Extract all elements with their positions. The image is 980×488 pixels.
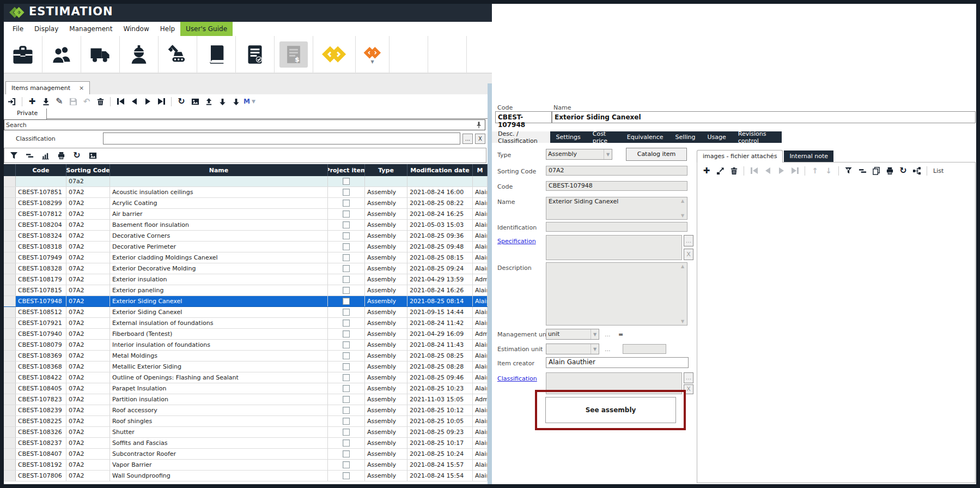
table-row[interactable]: CBEST-10836807A2Metallic Exterior Siding… bbox=[4, 362, 488, 372]
detail-tab-revisions-control[interactable]: Revisions control bbox=[732, 131, 782, 143]
project-item-checkbox[interactable] bbox=[343, 374, 350, 381]
table-row[interactable]: CBEST-10794007A2Fiberboard (Tentest)Asse… bbox=[4, 329, 488, 340]
project-item-checkbox[interactable] bbox=[343, 309, 350, 316]
logo-orange-icon[interactable]: ▼ bbox=[356, 36, 389, 73]
estimation-unit-browse[interactable]: ... bbox=[605, 346, 611, 353]
download-icon[interactable] bbox=[217, 97, 227, 106]
classification-link[interactable]: Classification bbox=[497, 375, 537, 382]
detail-tab-cost-price[interactable]: Cost price bbox=[587, 131, 621, 143]
tab-private[interactable]: Private bbox=[4, 109, 47, 119]
project-item-checkbox[interactable] bbox=[343, 189, 350, 196]
table-row[interactable]: CBEST-10840507A2Parapet InsulationAssemb… bbox=[4, 383, 488, 394]
project-item-checkbox[interactable] bbox=[343, 461, 350, 468]
project-item-checkbox[interactable] bbox=[343, 418, 350, 425]
project-item-checkbox[interactable] bbox=[343, 232, 350, 239]
column-header-modification-date[interactable]: Modification date bbox=[407, 164, 473, 176]
scroll-arrows-icon[interactable]: ▲▼ bbox=[679, 264, 686, 324]
truck-icon[interactable] bbox=[81, 36, 120, 73]
specification-browse-button[interactable]: ... bbox=[684, 235, 693, 246]
project-item-checkbox[interactable] bbox=[343, 450, 350, 457]
project-item-checkbox[interactable] bbox=[343, 396, 350, 403]
project-item-checkbox[interactable] bbox=[343, 287, 350, 294]
excavator-icon[interactable] bbox=[159, 36, 197, 73]
last-icon[interactable] bbox=[156, 97, 166, 106]
table-row[interactable]: CBEST-10823907A2Roof accessoryAssembly20… bbox=[4, 405, 488, 416]
column-header-code[interactable]: Code bbox=[16, 164, 66, 176]
project-item-checkbox[interactable] bbox=[343, 276, 350, 283]
table-row[interactable]: CBEST-10822507A2Roof shinglesAssembly202… bbox=[4, 416, 488, 427]
table-row[interactable]: CBEST-10831807A2Decorative PerimeterAsse… bbox=[4, 242, 488, 252]
menu-item-users-guide[interactable]: User's Guide bbox=[180, 22, 233, 36]
print-icon[interactable] bbox=[885, 166, 894, 176]
specification-link[interactable]: Specification bbox=[497, 238, 536, 245]
first-gray-icon[interactable] bbox=[749, 166, 759, 176]
m-menu-icon[interactable]: M▼ bbox=[245, 97, 254, 106]
down-gray-icon[interactable]: ↓ bbox=[824, 166, 833, 176]
attachments-tab-images-fichier-attach-s[interactable]: images - fichier attachés bbox=[697, 150, 783, 162]
employees-icon[interactable] bbox=[42, 36, 81, 73]
table-row[interactable]: CBEST-10851207A2Exterior Siding CanexelA… bbox=[4, 307, 488, 318]
table-row[interactable]: CBEST-10780607A2Wall SoundproofingAssemb… bbox=[4, 471, 488, 481]
project-item-checkbox[interactable] bbox=[343, 363, 350, 370]
management-unit-browse[interactable]: ... bbox=[605, 331, 611, 338]
project-item-checkbox[interactable] bbox=[343, 178, 350, 185]
logo-yellow-icon[interactable] bbox=[313, 36, 356, 73]
item-creator-field[interactable]: Alain Gauthier bbox=[546, 357, 689, 368]
close-icon[interactable]: × bbox=[79, 85, 84, 92]
delete-icon[interactable] bbox=[95, 97, 105, 106]
table-row[interactable]: CBEST-10785107A2Acoustic insulation ceil… bbox=[4, 187, 488, 198]
prev-icon[interactable] bbox=[129, 97, 139, 106]
image-icon[interactable] bbox=[190, 97, 200, 106]
table-row[interactable]: CBEST-10836907A2Metal MoldingsAssembly20… bbox=[4, 351, 488, 362]
table-row[interactable]: CBEST-10823707A2Soffits and FasciasAssem… bbox=[4, 438, 488, 449]
project-item-checkbox[interactable] bbox=[343, 429, 350, 436]
menu-item-help[interactable]: Help bbox=[155, 22, 180, 36]
menu-item-display[interactable]: Display bbox=[29, 22, 64, 36]
detail-tab-selling[interactable]: Selling bbox=[669, 131, 702, 143]
table-row[interactable]: CBEST-10832807A2Exterior Decorative Mold… bbox=[4, 263, 488, 274]
column-header-m[interactable]: M bbox=[473, 164, 488, 176]
project-item-checkbox[interactable] bbox=[343, 352, 350, 359]
table-row[interactable]: CBEST-10792107A2External insulation of f… bbox=[4, 318, 488, 329]
column-header-name[interactable]: Name bbox=[110, 164, 328, 176]
estimate-clipboard-icon[interactable] bbox=[236, 36, 275, 73]
table-row[interactable]: CBEST-10840707A2Subcontractor RooferAsse… bbox=[4, 449, 488, 460]
search-input[interactable] bbox=[4, 120, 485, 130]
project-item-checkbox[interactable] bbox=[343, 298, 350, 305]
print-icon[interactable] bbox=[56, 150, 66, 160]
prev-gray-icon[interactable] bbox=[763, 166, 772, 176]
refresh-icon[interactable]: ↻ bbox=[72, 150, 82, 160]
chevron-down-icon[interactable]: ▼ bbox=[370, 61, 374, 64]
table-row[interactable]: CBEST-10794807A2Exterior Siding CanexelA… bbox=[4, 296, 488, 307]
table-row[interactable]: CBEST-10794907A2Exterior cladding Moldin… bbox=[4, 252, 488, 263]
project-item-checkbox[interactable] bbox=[343, 385, 350, 392]
project-item-checkbox[interactable] bbox=[343, 330, 350, 338]
project-item-checkbox[interactable] bbox=[343, 407, 350, 414]
delete-icon[interactable] bbox=[729, 166, 739, 176]
summary-icon[interactable] bbox=[25, 150, 34, 160]
table-row[interactable]: CBEST-10781207A2Air barrierAssembly2021-… bbox=[4, 209, 488, 220]
filter-icon[interactable] bbox=[9, 150, 19, 160]
last-gray-icon[interactable] bbox=[790, 166, 800, 176]
edit-icon[interactable]: ✎ bbox=[54, 97, 64, 106]
filter-clear-icon[interactable] bbox=[844, 166, 854, 176]
project-item-checkbox[interactable] bbox=[343, 439, 350, 447]
menu-item-window[interactable]: Window bbox=[118, 22, 154, 36]
next-icon[interactable] bbox=[143, 97, 153, 106]
pricing-document-icon[interactable]: $ bbox=[275, 36, 313, 73]
project-item-checkbox[interactable] bbox=[343, 243, 350, 250]
project-item-checkbox[interactable] bbox=[343, 210, 350, 218]
catalog-item-button[interactable]: Catalog item bbox=[626, 148, 687, 161]
chart-icon[interactable] bbox=[40, 150, 50, 160]
save-gray-icon[interactable] bbox=[68, 97, 78, 106]
project-item-checkbox[interactable] bbox=[343, 254, 350, 261]
summary-icon[interactable] bbox=[857, 166, 867, 176]
refresh-icon[interactable]: ↻ bbox=[898, 166, 908, 176]
classification-browse-button[interactable]: ... bbox=[684, 372, 693, 383]
table-row[interactable]: CBEST-10817907A2Exterior insulationAssem… bbox=[4, 274, 488, 285]
project-item-checkbox[interactable] bbox=[343, 200, 350, 207]
worker-icon[interactable] bbox=[120, 36, 159, 73]
undo-gray-icon[interactable]: ↶ bbox=[82, 97, 92, 106]
download-icon[interactable] bbox=[231, 97, 241, 106]
panel-splitter[interactable] bbox=[488, 83, 492, 484]
